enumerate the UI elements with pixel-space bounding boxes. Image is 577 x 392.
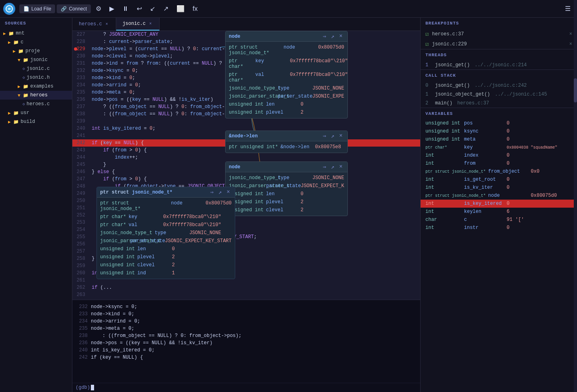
code-line-239: 239 [72, 118, 420, 125]
terminal-line-235: 235 node->meta = 0; [76, 325, 417, 332]
terminal-content[interactable]: 232 node->ksync = 0; 233 node->kind = 0;… [72, 300, 420, 383]
tooltip-header-node-top: node ⇒ ↗ × [226, 31, 347, 42]
folder-icon: ▶ 📁 [18, 84, 29, 89]
app-logo [3, 3, 15, 15]
editor-area: heroes.c × jsonic.c × 227 ? JSONIC_EXPEC… [72, 18, 420, 392]
var-from-object: ptr struct jsonic_node_t* from_object 0x… [421, 167, 577, 176]
bottom-terminal: 232 node->ksync = 0; 233 node->kind = 0;… [72, 300, 420, 392]
stop-button[interactable]: ⬜ [173, 3, 188, 14]
terminal-prompt: (gdb) [72, 383, 420, 392]
tooltip-close-btn-sm[interactable]: × [225, 189, 232, 196]
tooltip-body-node-bottom: jsonic_node_type_ttypeJSONIC_NONE jsonic… [226, 172, 347, 216]
tab-close-jsonic[interactable]: × [148, 21, 153, 27]
load-file-button[interactable]: 📄 Load File [19, 4, 55, 13]
callstack-item-2[interactable]: 2 main() heroes.c:37 [421, 99, 577, 108]
folder-icon: ▼ 📁 [18, 57, 29, 63]
tooltip-close-btn-bot[interactable]: × [338, 163, 344, 170]
sidebar-item-usr[interactable]: ▶ 📁 usr [0, 108, 72, 117]
sidebar-item-jsonic-c[interactable]: ◇ jsonic.c [0, 64, 72, 73]
sidebar-item-jsonic[interactable]: ▼ 📁 jsonic [0, 55, 72, 64]
breakpoints-title: Breakpoints [421, 18, 577, 29]
folder-icon: ▶ 📁 [8, 40, 19, 45]
tooltip-pin-btn-sm[interactable]: ⇒ [209, 189, 215, 196]
file-icon: ◇ [23, 75, 25, 80]
right-scrollbar[interactable] [574, 18, 577, 392]
expression-button[interactable]: fx [189, 4, 201, 14]
sidebar-item-proje[interactable]: ▶ 📁 proje [0, 47, 72, 55]
breakpoint-close-heroes[interactable]: × [569, 31, 572, 37]
callstack-section: Call Stack 0 jsonic_get() ../../jsonic.c… [421, 70, 577, 108]
sidebar-item-c[interactable]: ▶ 📁 c [0, 38, 72, 47]
tooltip-node-len: &node->len ⇒ ↗ × ptr unsigned int*&node-… [225, 131, 348, 153]
var-instr: int instr 0 [421, 224, 577, 232]
pause-button[interactable]: ⏸ [119, 4, 132, 14]
tooltip-expand-btn-bot[interactable]: ↗ [329, 163, 336, 170]
thread-item-1: 1 jsonic_get() ../../jsonic.c:214 [421, 61, 577, 69]
menu-button[interactable]: ☰ [562, 3, 574, 14]
tooltip-expand-btn-sm[interactable]: ↗ [217, 189, 223, 196]
main-container: Sources ▶ 📁 mnt ▶ 📁 c ▶ 📁 proje ▼ 📁 json… [0, 18, 577, 392]
step-out-button[interactable]: ↗ [160, 3, 172, 14]
terminal-line-240: 240 int is_key_itered = 0; [76, 347, 417, 354]
var-c: char c 91 '[' [421, 216, 577, 224]
folder-icon: ▼ 📁 [18, 93, 29, 98]
sidebar-item-heroes[interactable]: ▼ 📁 heroes [0, 91, 72, 100]
var-meta: unsigned int meta 0 [421, 135, 577, 143]
sidebar-item-examples[interactable]: ▶ 📁 examples [0, 82, 72, 91]
tooltip-node-bottom: node ⇒ ↗ × jsonic_node_type_ttypeJSONIC_… [225, 161, 348, 216]
file-icon: ◇ [23, 102, 25, 106]
settings-button[interactable]: ⚙ [92, 3, 105, 14]
sidebar-item-build[interactable]: ▶ 📁 build [0, 117, 72, 126]
folder-icon: ▶ 📁 [13, 49, 24, 54]
sidebar-item-mnt[interactable]: ▶ 📁 mnt [0, 29, 72, 38]
code-line-262: 262if (... [72, 284, 420, 291]
tooltip-header-node-bottom: node ⇒ ↗ × [226, 162, 347, 172]
breakpoint-close-jsonic[interactable]: × [569, 41, 572, 47]
folder-icon: ▶ 📁 [3, 31, 14, 36]
tab-heroes-c[interactable]: heroes.c × [72, 18, 116, 31]
scrollbar-thumb[interactable] [574, 78, 577, 102]
breakpoint-item-heroes: ☑ heroes.c:37 × [421, 29, 577, 39]
tooltip-node-small: ptr struct jsonic_node_t* ⇒ ↗ × ptr stru… [97, 187, 235, 279]
terminal-line-234: 234 node->arrind = 0; [76, 318, 417, 325]
terminal-line-242: 242 if (key == NULL) { [76, 354, 417, 361]
sidebar: Sources ▶ 📁 mnt ▶ 📁 c ▶ 📁 proje ▼ 📁 json… [0, 18, 72, 392]
folder-icon: ▶ 📁 [8, 119, 19, 125]
play-button[interactable]: ▶ [106, 3, 117, 14]
sidebar-item-jsonic-h[interactable]: ◇ jsonic.h [0, 73, 72, 82]
step-in-button[interactable]: ↙ [147, 3, 158, 14]
step-over-button[interactable]: ↩ [133, 3, 145, 14]
tooltip-expand-btn-len[interactable]: ↗ [329, 133, 336, 139]
var-node: ptr struct jsonic_node_t* node 0x80075d0 [421, 192, 577, 200]
threads-title: Threads [421, 49, 577, 61]
tab-bar: heroes.c × jsonic.c × [72, 18, 420, 31]
code-editor[interactable]: 227 ? JSONIC_EXPECT_ANY 228 : current->p… [72, 31, 420, 300]
tooltip-expand-btn[interactable]: ↗ [329, 33, 336, 40]
tooltip-body-node-small: ptr struct jsonic_node_t*node0x80075d0 p… [97, 198, 235, 279]
tooltip-node-top: node ⇒ ↗ × ptr struct jsonic_node_t*node… [225, 31, 348, 118]
tab-close-heroes[interactable]: × [105, 22, 109, 27]
callstack-item-1[interactable]: 1 jsonic_object_get() ../../jsonic.c:145 [421, 90, 577, 99]
terminal-line-232: 232 node->ksync = 0; [76, 303, 417, 310]
breakpoint-check-icon2: ☑ [425, 41, 429, 47]
var-is-kv-iter: int is_kv_iter 0 [421, 184, 577, 192]
folder-icon: ▶ 📁 [8, 110, 19, 116]
connect-button[interactable]: 🔗 Connect [57, 4, 91, 13]
var-keylen: int keylen 6 [421, 208, 577, 216]
tab-jsonic-c[interactable]: jsonic.c × [116, 18, 160, 31]
terminal-cursor [91, 385, 94, 390]
tooltip-close-btn[interactable]: × [338, 33, 344, 40]
tooltip-pin-btn-bot[interactable]: ⇒ [321, 163, 328, 170]
callstack-item-0[interactable]: 0 jsonic_get() ../../jsonic.c:242 [421, 81, 577, 90]
tooltip-close-btn-len[interactable]: × [338, 133, 344, 139]
var-key: ptr char* key 0x8004038 "squadName" [421, 143, 577, 151]
var-from: int from 0 [421, 159, 577, 167]
sidebar-title: Sources [0, 18, 72, 29]
var-pos: unsigned int pos 0 [421, 119, 577, 127]
var-ksync: unsigned int ksync 0 [421, 127, 577, 135]
breakpoint-item-jsonic: ☑ jsonic.c:229 × [421, 39, 577, 49]
tooltip-pin-btn[interactable]: ⇒ [321, 33, 328, 40]
breakpoints-section: Breakpoints ☑ heroes.c:37 × ☑ jsonic.c:2… [421, 18, 577, 49]
tooltip-pin-btn-len[interactable]: ⇒ [321, 133, 328, 139]
sidebar-item-heroes-c[interactable]: ◇ heroes.c [0, 100, 72, 108]
